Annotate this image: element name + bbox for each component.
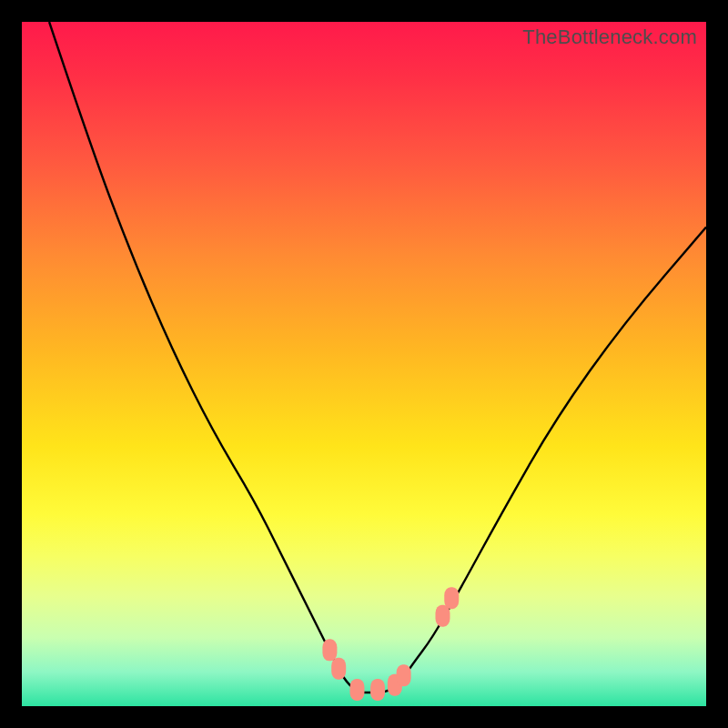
- curve-line: [49, 22, 706, 693]
- data-marker: [322, 639, 337, 661]
- data-marker: [397, 664, 411, 686]
- chart-frame: TheBottleneck.com: [0, 0, 728, 728]
- marker-group: [322, 587, 459, 701]
- data-marker: [435, 605, 450, 627]
- curve-path: [49, 22, 706, 693]
- data-marker: [349, 679, 364, 701]
- plot-area: TheBottleneck.com: [22, 22, 706, 706]
- chart-svg: [22, 22, 706, 706]
- data-marker: [444, 587, 459, 609]
- watermark-text: TheBottleneck.com: [522, 25, 697, 49]
- data-marker: [370, 679, 385, 701]
- data-marker: [331, 658, 346, 680]
